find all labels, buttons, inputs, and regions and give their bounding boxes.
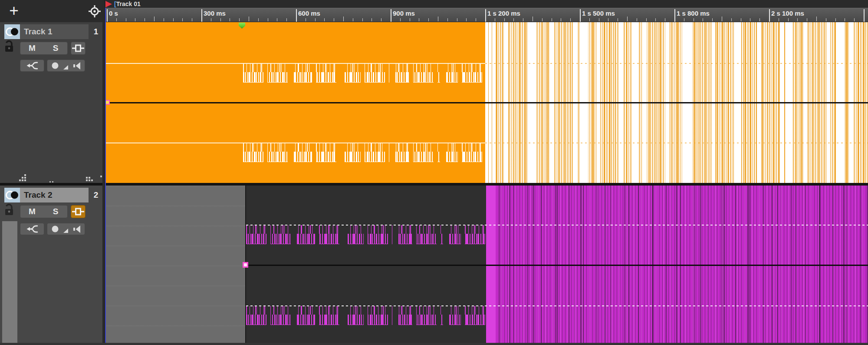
ruler-minor-tick (835, 18, 836, 21)
ruler-minor-tick (741, 18, 741, 21)
ruler-major-tick (864, 9, 865, 22)
track1-ch2-waveform-band (243, 143, 485, 162)
add-track-icon: + (9, 2, 19, 20)
stereo-circles-icon (4, 188, 20, 202)
ruler-minor-tick (731, 18, 732, 21)
editor-canvas: [Track 01 0 s300 ms600 ms900 ms1 s 200 m… (105, 0, 868, 345)
playlist-button[interactable] (20, 223, 44, 235)
playlist-arrow-icon (26, 61, 39, 70)
ruler-minor-tick (513, 18, 514, 21)
ruler-minor-tick (655, 18, 656, 21)
window-bottom-edge (0, 343, 868, 345)
ruler-minor-tick (154, 17, 155, 21)
ruler-minor-tick (306, 18, 306, 21)
marker-flag-icon[interactable] (105, 1, 112, 7)
locate-playhead-button[interactable] (88, 4, 102, 18)
ruler-major-tick (296, 9, 297, 22)
ruler-minor-tick (495, 18, 495, 21)
ruler-minor-tick (362, 18, 363, 21)
track-type-icon-box[interactable] (4, 24, 20, 39)
marker-label[interactable]: [Track 01 (114, 0, 141, 7)
ruler-minor-tick (807, 18, 807, 21)
ruler-label: 1 s 800 ms (677, 10, 710, 17)
marker-text: Track 01 (116, 0, 141, 7)
ruler-minor-tick (816, 17, 817, 21)
ruler-minor-tick (646, 18, 647, 21)
ruler-minor-tick (845, 18, 845, 21)
ruler-label: 2 s 100 ms (771, 10, 804, 17)
track2-empty-area[interactable] (105, 186, 245, 345)
ruler-minor-tick (608, 18, 608, 21)
mute-button[interactable]: M (20, 42, 44, 54)
lock-icon[interactable] (3, 40, 15, 53)
ruler-label: 600 ms (298, 10, 320, 17)
track1-ch2-centerline (106, 143, 485, 143)
mute-button[interactable]: M (20, 206, 44, 218)
playlist-arrow-icon (26, 224, 39, 234)
timeline-ruler[interactable]: 0 s300 ms600 ms900 ms1 s 200 ms1 s 500 m… (105, 8, 868, 22)
input-monitor-triangle-icon (63, 229, 68, 233)
record-monitor-group[interactable] (47, 223, 85, 235)
track-type-icon-box[interactable] (4, 188, 20, 202)
record-monitor-group[interactable] (47, 60, 85, 72)
ruler-minor-tick (589, 18, 590, 21)
ruler-minor-tick (561, 18, 561, 21)
track2-ch2-centerline (246, 305, 868, 306)
disk-monitor-speaker-icon (72, 61, 82, 70)
track-header-2: Track 2 2 M S (0, 186, 105, 345)
track1-ch1-waveform-band (243, 63, 485, 83)
ruler-minor-tick (230, 18, 230, 21)
ruler-minor-tick (343, 17, 344, 21)
track-sidebar: + (0, 0, 105, 345)
ruler-major-tick (674, 9, 675, 22)
track-resize-grip-left[interactable] (19, 174, 21, 176)
playhead-line[interactable] (105, 8, 106, 345)
ruler-minor-tick (779, 18, 779, 21)
track-name-1[interactable]: Track 1 (20, 24, 89, 39)
solo-button[interactable]: S (44, 206, 67, 218)
ruler-minor-tick (627, 17, 628, 21)
track-name-2[interactable]: Track 2 (20, 188, 89, 202)
ruler-major-tick (107, 9, 108, 22)
ruler-major-tick (201, 9, 202, 22)
track2-ch1-waveform-band (246, 225, 486, 244)
ruler-minor-tick (552, 18, 552, 21)
ruler-minor-tick (703, 18, 703, 21)
ruler-minor-tick (410, 18, 410, 21)
daw-editor-window: + (0, 0, 868, 345)
add-track-button[interactable]: + (5, 1, 23, 21)
track-height-grip[interactable] (47, 181, 48, 182)
locate-playhead-icon (88, 5, 101, 18)
ruler-minor-tick (353, 18, 353, 21)
ruler-minor-tick (220, 18, 221, 21)
track2-audio-region[interactable] (245, 186, 868, 345)
input-monitor-triangle-icon (63, 65, 68, 70)
ruler-minor-tick (457, 18, 457, 21)
ruler-minor-tick (447, 18, 448, 21)
ruler-minor-tick (268, 18, 268, 21)
marker-lane[interactable]: [Track 01 (105, 0, 868, 8)
io-node-icon (72, 43, 85, 53)
track2-gain-handle[interactable] (243, 262, 248, 268)
ruler-minor-tick (239, 18, 240, 21)
track2-lane[interactable] (105, 186, 868, 345)
io-routing-button[interactable] (71, 205, 85, 218)
playlist-button[interactable] (20, 60, 44, 72)
io-routing-button[interactable] (71, 42, 85, 55)
ruler-minor-tick (599, 18, 599, 21)
ruler-minor-tick (523, 18, 523, 21)
track2-ch2-waveform-band (246, 306, 486, 325)
ruler-minor-tick (145, 18, 145, 21)
track1-lane[interactable] (105, 22, 868, 183)
ruler-minor-tick (324, 18, 325, 21)
track-edge-grip[interactable] (100, 172, 102, 174)
ruler-label: 0 s (109, 10, 118, 17)
lock-icon[interactable] (3, 203, 15, 217)
ruler-minor-tick (504, 18, 505, 21)
ruler-minor-tick (419, 18, 419, 21)
ruler-minor-tick (258, 18, 259, 21)
track-resize-grip-right[interactable] (86, 174, 88, 176)
solo-button[interactable]: S (44, 42, 67, 54)
ruler-minor-tick (722, 17, 722, 21)
track-number-2: 2 (89, 188, 103, 202)
